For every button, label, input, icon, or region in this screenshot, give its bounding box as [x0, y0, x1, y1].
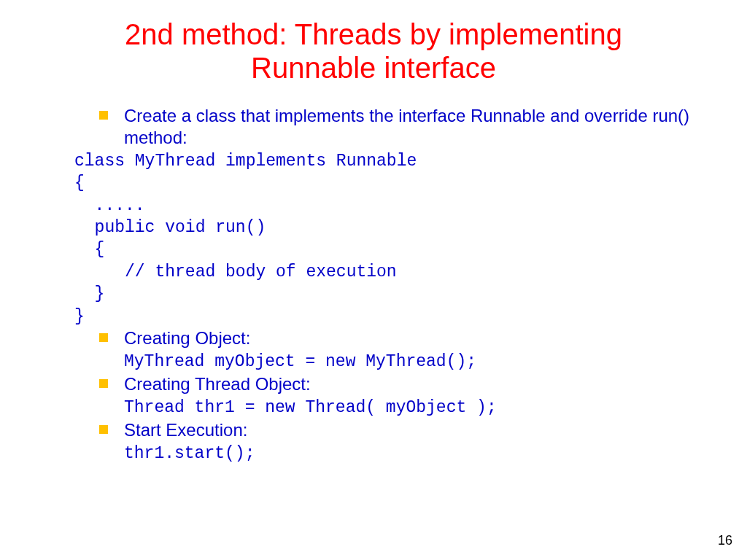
code-create-thread: Thread thr1 = new Thread( myObject ); [124, 397, 712, 419]
code-start-execution: thr1.start(); [124, 443, 712, 465]
bullet-label: Creating Object: [124, 327, 250, 349]
bullet-item: Creating Thread Object: [99, 373, 712, 395]
bullet-label: Creating Thread Object: [124, 373, 311, 395]
slide-title: 2nd method: Threads by implementing Runn… [35, 18, 712, 85]
bullet-square-icon [99, 425, 108, 434]
page-number: 16 [718, 533, 732, 548]
code-class-declaration: class MyThread implements Runnable { ...… [74, 150, 712, 327]
bullet-item: Creating Object: [99, 327, 712, 349]
slide-content: Create a class that implements the inter… [35, 105, 712, 465]
bullet-item: Start Execution: [99, 419, 712, 441]
code-create-object: MyThread myObject = new MyThread(); [124, 351, 712, 373]
slide: 2nd method: Threads by implementing Runn… [0, 0, 747, 560]
bullet-square-icon [99, 379, 108, 388]
bullet-square-icon [99, 111, 108, 120]
bullet-label: Start Execution: [124, 419, 247, 441]
bullet-item: Create a class that implements the inter… [99, 105, 712, 149]
bullet-square-icon [99, 333, 108, 342]
bullet-label: Create a class that implements the inter… [124, 105, 712, 149]
